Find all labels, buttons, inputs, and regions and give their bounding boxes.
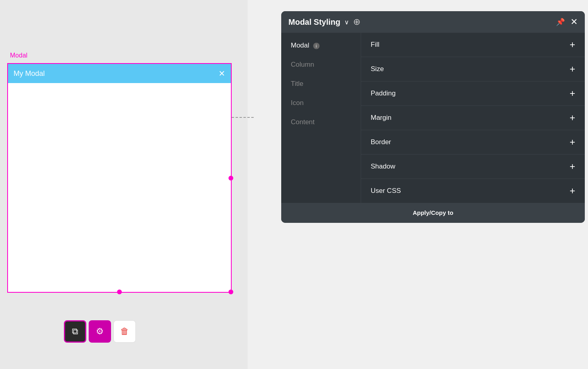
delete-icon: 🗑 (120, 326, 129, 337)
user-css-add-button[interactable]: + (570, 186, 575, 196)
nav-item-content[interactable]: Content (281, 113, 361, 132)
style-label-border: Border (371, 138, 391, 146)
fill-add-button[interactable]: + (570, 40, 575, 50)
settings-button[interactable]: ⚙ (89, 320, 111, 343)
style-row-size: Size + (361, 57, 585, 81)
delete-button[interactable]: 🗑 (113, 320, 136, 343)
size-add-button[interactable]: + (570, 64, 575, 74)
styling-panel: Modal Styling ∨ ⊕ 📌 ✕ Modal i Column Tit… (281, 11, 585, 223)
modal-close-button[interactable]: ✕ (219, 69, 225, 78)
resize-handle-corner[interactable] (228, 290, 233, 294)
panel-chevron-icon[interactable]: ∨ (344, 18, 349, 26)
panel-nav: Modal i Column Title Icon Content (281, 33, 361, 203)
info-icon: i (313, 43, 320, 49)
nav-item-modal[interactable]: Modal i (281, 36, 361, 55)
modal-component: My Modal ✕ (7, 63, 232, 293)
nav-item-title[interactable]: Title (281, 74, 361, 93)
panel-header-left: Modal Styling ∨ ⊕ (288, 17, 360, 27)
style-row-margin: Margin + (361, 106, 585, 130)
nav-item-column[interactable]: Column (281, 55, 361, 74)
open-icon: ⧉ (72, 326, 78, 337)
modal-label: Modal (10, 52, 28, 59)
padding-add-button[interactable]: + (570, 89, 575, 98)
border-add-button[interactable]: + (570, 137, 575, 147)
style-label-size: Size (371, 65, 384, 73)
nav-item-icon[interactable]: Icon (281, 93, 361, 113)
panel-close-button[interactable]: ✕ (570, 17, 578, 27)
modal-header: My Modal ✕ (8, 64, 231, 83)
panel-content: Fill + Size + Padding + Margin + Border … (361, 33, 585, 203)
panel-header: Modal Styling ∨ ⊕ 📌 ✕ (281, 11, 585, 33)
panel-header-right: 📌 ✕ (556, 17, 578, 27)
style-row-user-css: User CSS + (361, 179, 585, 203)
apply-copy-label[interactable]: Apply/Copy to (413, 209, 453, 216)
style-label-shadow: Shadow (371, 163, 395, 171)
style-row-padding: Padding + (361, 81, 585, 106)
panel-title: Modal Styling (288, 18, 340, 27)
margin-add-button[interactable]: + (570, 113, 575, 123)
style-label-padding: Padding (371, 89, 395, 97)
modal-header-title: My Modal (14, 69, 45, 78)
shadow-add-button[interactable]: + (570, 162, 575, 171)
bottom-toolbar: ⧉ ⚙ 🗑 (64, 320, 136, 343)
panel-move-icon[interactable]: ⊕ (353, 17, 360, 27)
open-button[interactable]: ⧉ (64, 320, 86, 343)
style-row-shadow: Shadow + (361, 155, 585, 179)
style-label-user-css: User CSS (371, 187, 401, 195)
panel-body: Modal i Column Title Icon Content Fill +… (281, 33, 585, 203)
settings-icon: ⚙ (96, 326, 104, 337)
resize-handle-bottom[interactable] (117, 290, 122, 294)
style-label-fill: Fill (371, 41, 379, 49)
resize-handle-right[interactable] (228, 176, 233, 181)
style-row-fill: Fill + (361, 33, 585, 57)
style-label-margin: Margin (371, 114, 391, 122)
panel-footer: Apply/Copy to (281, 203, 585, 223)
panel-pin-icon[interactable]: 📌 (556, 18, 565, 26)
style-row-border: Border + (361, 130, 585, 155)
connector-line (232, 117, 254, 118)
